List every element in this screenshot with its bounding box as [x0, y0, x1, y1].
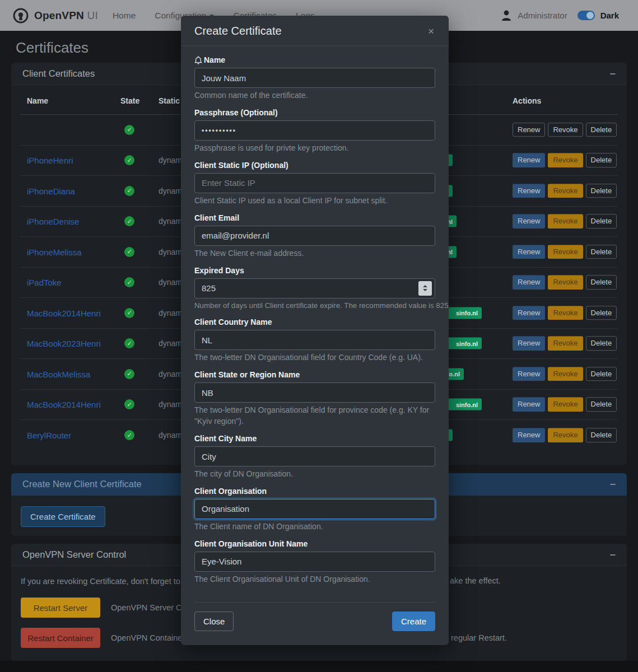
collapse-icon[interactable]: − — [609, 479, 616, 489]
delete-button[interactable]: Delete — [586, 275, 617, 290]
field-country: Client Country Name The two-letter DN Or… — [194, 317, 435, 363]
delete-button[interactable]: Delete — [586, 184, 617, 198]
certificate-name-link[interactable]: MacBookMelissa — [27, 369, 90, 379]
renew-button[interactable]: Renew — [513, 245, 545, 259]
city-input[interactable] — [194, 446, 435, 466]
revoke-button[interactable]: Revoke — [548, 306, 583, 320]
delete-button[interactable]: Delete — [586, 428, 617, 442]
bell-icon — [194, 56, 202, 64]
renew-button[interactable]: Renew — [513, 306, 545, 320]
revoke-button[interactable]: Revoke — [548, 367, 583, 381]
field-state-region: Client State or Region Name The two-lett… — [194, 370, 435, 427]
field-help: Passphrase is used for privte key protec… — [194, 143, 435, 154]
certificate-name-link[interactable]: iPhoneDiana — [27, 186, 75, 195]
renew-button[interactable]: Renew — [513, 275, 545, 290]
certificate-name-link[interactable]: iPhoneMelissa — [27, 247, 82, 256]
field-label: Passphrase (Optional) — [194, 108, 435, 118]
dark-mode-toggle[interactable] — [578, 11, 595, 20]
row-actions: Renew Revoke Delete — [513, 275, 617, 290]
revoke-button[interactable]: Revoke — [548, 336, 583, 351]
field-help: The New Client e-mail address. — [194, 248, 435, 259]
static-ip-input[interactable] — [194, 173, 435, 193]
restart-server-button[interactable]: Restart Server — [21, 598, 100, 618]
revoke-button[interactable]: Revoke — [548, 428, 583, 442]
certificate-name-link[interactable]: iPhoneHenri — [27, 156, 73, 165]
brand-link[interactable]: OpenVPN UI — [12, 7, 98, 24]
renew-button[interactable]: Renew — [513, 397, 545, 412]
delete-button[interactable]: Delete — [586, 245, 617, 259]
renew-button[interactable]: Renew — [513, 184, 545, 198]
row-actions: Renew Revoke Delete — [513, 214, 617, 228]
create-certificate-button[interactable]: Create Certificate — [21, 506, 105, 527]
delete-button[interactable]: Delete — [586, 123, 617, 137]
field-label: Client State or Region Name — [194, 370, 435, 380]
field-label: Client Country Name — [194, 317, 435, 328]
certificate-name-link[interactable]: MacBook2014Henri — [27, 308, 101, 318]
row-actions: Renew Revoke Delete — [513, 184, 617, 198]
create-button[interactable]: Create — [392, 612, 435, 631]
stepper-down-icon — [423, 289, 427, 291]
column-header-static: Static — [159, 96, 180, 105]
restart-container-button[interactable]: Restart Container — [21, 628, 100, 648]
state-ok-icon — [124, 308, 134, 318]
field-help: Common name of the certificate. — [194, 90, 435, 101]
email-input[interactable] — [194, 226, 435, 246]
renew-button[interactable]: Renew — [513, 123, 545, 137]
renew-button[interactable]: Renew — [513, 428, 545, 442]
expired-days-input[interactable] — [194, 278, 435, 298]
administrator-link[interactable]: Administrator — [518, 11, 567, 20]
collapse-icon[interactable]: − — [609, 69, 616, 79]
revoke-button[interactable]: Revoke — [548, 214, 583, 228]
field-email: Client Email The New Client e-mail addre… — [194, 213, 435, 259]
state-ok-icon — [124, 369, 134, 379]
delete-button[interactable]: Delete — [586, 153, 617, 167]
panel-title: Client Certificates — [22, 68, 95, 79]
revoke-button[interactable]: Revoke — [548, 397, 583, 412]
row-actions: Renew Revoke Delete — [513, 123, 617, 137]
delete-button[interactable]: Delete — [586, 367, 617, 381]
delete-button[interactable]: Delete — [586, 214, 617, 228]
close-icon[interactable]: × — [427, 25, 435, 38]
field-expired-days: Expired Days Number of days until Client… — [194, 265, 435, 311]
revoke-button[interactable]: Revoke — [548, 184, 583, 198]
revoke-button[interactable]: Revoke — [548, 275, 583, 290]
revoke-note-right: ake the effect. — [450, 576, 501, 585]
renew-button[interactable]: Renew — [513, 367, 545, 381]
certificate-name-link[interactable]: iPhoneDenise — [27, 217, 79, 226]
country-input[interactable] — [194, 330, 435, 350]
stepper-up-icon — [423, 285, 427, 287]
field-name: Name Common name of the certificate. — [194, 55, 435, 101]
number-stepper[interactable] — [418, 281, 432, 296]
field-passphrase: Passphrase (Optional) Passphrase is used… — [194, 108, 435, 154]
modal-header: Create Certificate × — [181, 16, 449, 46]
delete-button[interactable]: Delete — [586, 336, 617, 351]
certificate-name-link[interactable]: MacBook2014Henri — [27, 400, 101, 409]
revoke-button[interactable]: Revoke — [548, 123, 583, 137]
field-label: Client Email — [194, 213, 435, 223]
column-header-state: State — [120, 96, 139, 105]
field-label: Expired Days — [194, 265, 435, 276]
passphrase-input[interactable] — [194, 120, 435, 141]
delete-button[interactable]: Delete — [586, 397, 617, 412]
row-actions: Renew Revoke Delete — [513, 306, 617, 320]
state-ok-icon — [124, 430, 134, 440]
organisation-input[interactable] — [194, 499, 435, 519]
collapse-icon[interactable]: − — [609, 550, 616, 560]
name-input[interactable] — [194, 68, 435, 88]
nav-item-home[interactable]: Home — [113, 11, 136, 21]
field-help: The Client Organisational Unit of DN Org… — [194, 574, 435, 585]
certificate-name-link[interactable]: MacBook2023Henri — [27, 339, 101, 348]
revoke-button[interactable]: Revoke — [548, 245, 583, 259]
renew-button[interactable]: Renew — [513, 336, 545, 351]
field-help: Client Static IP used as a local Client … — [194, 195, 435, 207]
row-actions: Renew Revoke Delete — [513, 245, 617, 259]
renew-button[interactable]: Renew — [513, 153, 545, 167]
certificate-name-link[interactable]: BerylRouter — [27, 431, 71, 440]
certificate-name-link[interactable]: iPadToke — [27, 278, 62, 287]
renew-button[interactable]: Renew — [513, 214, 545, 228]
state-region-input[interactable] — [194, 382, 435, 403]
revoke-button[interactable]: Revoke — [548, 153, 583, 167]
organisation-unit-input[interactable] — [194, 552, 435, 572]
close-button[interactable]: Close — [194, 612, 234, 631]
delete-button[interactable]: Delete — [586, 306, 617, 320]
